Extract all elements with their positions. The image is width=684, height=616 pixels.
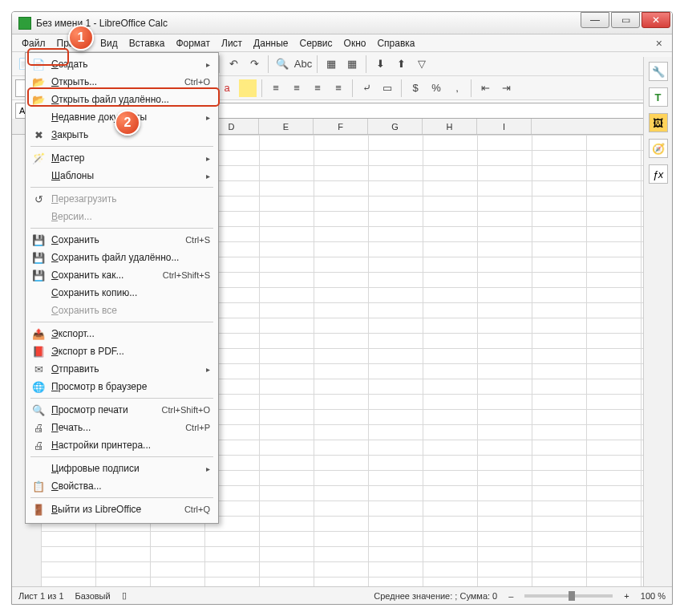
currency-icon[interactable]: $: [407, 79, 424, 97]
menu-item-label: Открыть...: [51, 76, 184, 87]
menu-export[interactable]: 📤Экспорт...: [26, 325, 218, 342]
menu-new[interactable]: 📄Создать▸: [26, 55, 218, 73]
menu-save-remote[interactable]: 💾Сохранить файл удалённо...: [26, 249, 218, 266]
menu-item-shortcut: Ctrl+Shift+S: [163, 270, 210, 280]
zoom-slider[interactable]: [524, 594, 613, 598]
redo-icon[interactable]: ↷: [245, 55, 263, 73]
menu-printer-settings[interactable]: 🖨Настройки принтера...: [26, 436, 218, 454]
sidebar-navigator-icon[interactable]: 🧭: [649, 139, 668, 158]
minimize-button[interactable]: —: [581, 12, 609, 28]
app-icon: [18, 17, 31, 30]
align-left-icon[interactable]: ≡: [267, 79, 285, 97]
sidebar-gallery-icon[interactable]: 🖼: [649, 113, 668, 132]
zoom-out-icon[interactable]: –: [508, 591, 513, 601]
grid2-icon[interactable]: ▦: [343, 55, 361, 73]
menu-item-label: Экспорт...: [51, 328, 210, 339]
formula-input[interactable]: [145, 103, 651, 119]
menu-item-icon: 🪄: [30, 152, 47, 164]
menu-item-icon: ✖: [30, 129, 47, 141]
menu-save[interactable]: 💾СохранитьCtrl+S: [26, 231, 218, 249]
menu-window[interactable]: Окно: [339, 36, 371, 51]
menu-save-copy[interactable]: Сохранить копию...: [26, 284, 218, 302]
menu-send[interactable]: ✉Отправить▸: [26, 360, 218, 378]
menu-format[interactable]: Формат: [171, 36, 215, 51]
menu-save-as[interactable]: 💾Сохранить как...Ctrl+Shift+S: [26, 266, 218, 284]
column-header[interactable]: E: [259, 119, 314, 134]
status-summary: Среднее значение: ; Сумма: 0: [374, 591, 497, 601]
increase-indent-icon[interactable]: ⇥: [497, 79, 515, 97]
sidebar-properties-icon[interactable]: 🔧: [649, 62, 668, 81]
align-justify-icon[interactable]: ≡: [330, 79, 347, 97]
sort-desc-icon[interactable]: ⬆: [392, 55, 410, 73]
column-header[interactable]: H: [423, 119, 477, 134]
menu-print[interactable]: 🖨Печать...Ctrl+P: [26, 419, 218, 436]
menu-item-icon: 🌐: [30, 381, 47, 393]
wrap-icon[interactable]: ⤶: [358, 79, 375, 97]
column-header[interactable]: I: [477, 119, 532, 134]
menu-exit[interactable]: 🚪Выйти из LibreOfficeCtrl+Q: [26, 500, 218, 518]
menu-export-pdf[interactable]: 📕Экспорт в PDF...: [26, 342, 218, 360]
comma-icon[interactable]: ,: [448, 79, 466, 97]
percent-icon[interactable]: %: [427, 79, 445, 97]
submenu-arrow-icon: ▸: [206, 60, 210, 69]
menu-item-label: Просмотр печати: [51, 404, 161, 415]
menu-preview-browser[interactable]: 🌐Просмотр в браузере: [26, 378, 218, 395]
menu-insert[interactable]: Вставка: [124, 36, 170, 51]
merge-icon[interactable]: ▭: [378, 79, 396, 97]
menu-item-label: Печать...: [51, 422, 185, 433]
menu-sheet[interactable]: Лист: [217, 36, 247, 51]
sidebar-functions-icon[interactable]: ƒx: [649, 164, 668, 184]
menu-item-shortcut: Ctrl+Shift+O: [161, 405, 210, 415]
callout-2: 2: [115, 110, 140, 136]
menu-tools[interactable]: Сервис: [294, 36, 337, 51]
sidebar-panel: 🔧 T 🖼 🧭 ƒx: [643, 57, 672, 586]
decrease-indent-icon[interactable]: ⇤: [476, 79, 494, 97]
menu-item-shortcut: Ctrl+O: [184, 77, 210, 87]
spell-icon[interactable]: Abc: [294, 55, 312, 73]
column-header[interactable]: G: [368, 119, 423, 134]
align-right-icon[interactable]: ≡: [309, 79, 326, 97]
menu-templates[interactable]: Шаблоны▸: [26, 167, 218, 184]
sidebar-styles-icon[interactable]: T: [649, 87, 668, 107]
menu-item-icon: 📋: [30, 480, 47, 492]
submenu-arrow-icon: ▸: [206, 365, 210, 374]
menu-item-label: Сохранить все: [51, 305, 210, 316]
menu-save-all: Сохранить все: [26, 302, 218, 319]
status-style: Базовый: [75, 591, 111, 601]
column-header[interactable]: F: [314, 119, 368, 134]
menu-open[interactable]: 📂Открыть...Ctrl+O: [26, 73, 218, 91]
menu-wizard[interactable]: 🪄Мастер▸: [26, 149, 218, 167]
document-close-icon[interactable]: ×: [651, 37, 667, 50]
menu-file[interactable]: Файл: [17, 36, 51, 51]
menu-properties[interactable]: 📋Свойства...: [26, 477, 218, 495]
filter-icon[interactable]: ▽: [413, 55, 431, 73]
menu-help[interactable]: Справка: [372, 36, 419, 51]
menu-print-preview[interactable]: 🔍Просмотр печатиCtrl+Shift+O: [26, 401, 218, 419]
zoom-in-icon[interactable]: +: [624, 591, 629, 601]
undo-icon[interactable]: ↶: [225, 55, 242, 73]
menu-item-label: Отправить: [51, 363, 206, 375]
highlight-icon[interactable]: [239, 79, 257, 97]
menu-item-icon: 📂: [30, 94, 47, 106]
maximize-button[interactable]: ▭: [611, 12, 640, 28]
menu-item-icon: 📕: [30, 346, 47, 358]
menu-item-label: Просмотр в браузере: [51, 381, 210, 392]
font-color-icon[interactable]: a: [218, 79, 236, 97]
menu-item-icon: 🖨: [30, 422, 47, 434]
menu-data[interactable]: Данные: [249, 36, 293, 51]
align-center-icon[interactable]: ≡: [288, 79, 306, 97]
sort-asc-icon[interactable]: ⬇: [371, 55, 389, 73]
grid1-icon[interactable]: ▦: [322, 55, 340, 73]
status-insert-mode[interactable]: ▯: [122, 590, 127, 601]
menu-item-label: Цифровые подписи: [51, 463, 206, 474]
callout-1: 1: [68, 25, 94, 51]
menu-item-label: Перезагрузить: [51, 193, 210, 205]
menu-item-shortcut: Ctrl+P: [185, 423, 210, 432]
menu-signatures[interactable]: Цифровые подписи▸: [26, 460, 218, 477]
menubar: Файл Правка Вид Вставка Формат Лист Данн…: [12, 34, 672, 52]
menu-open-remote[interactable]: 📂Открыть файл удалённо...: [26, 91, 218, 108]
close-button[interactable]: ✕: [642, 12, 670, 28]
menu-view[interactable]: Вид: [95, 36, 123, 51]
find-icon[interactable]: 🔍: [273, 55, 291, 73]
menu-item-label: Открыть файл удалённо...: [51, 94, 210, 105]
